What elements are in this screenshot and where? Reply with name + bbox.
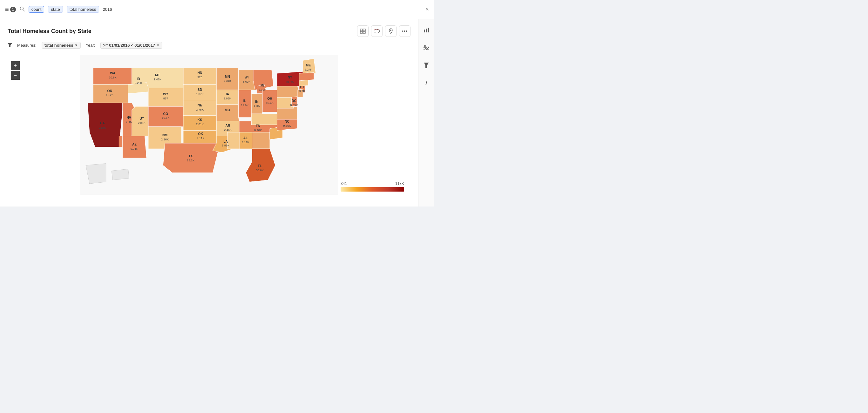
legend-gradient: [341, 187, 404, 192]
value-AR: 2.46K: [224, 128, 232, 131]
value-CT: 3.9K: [299, 90, 305, 93]
map-container: + −: [8, 55, 410, 195]
filter-funnel-button[interactable]: [421, 60, 432, 71]
table-view-button[interactable]: [357, 25, 369, 37]
year-filter[interactable]: >= 01/01/2016 < 01/01/2017 ▼: [100, 42, 163, 49]
value-NV: 7.4K: [126, 120, 132, 123]
label-IN: IN: [255, 100, 258, 103]
map-legend: 341 118K: [341, 181, 404, 192]
label-IL: IL: [243, 99, 247, 103]
filter-settings-button[interactable]: [421, 42, 432, 53]
legend-max: 118K: [395, 181, 404, 186]
label-DC: DC: [292, 99, 297, 103]
value-SD: 1.07K: [196, 92, 204, 96]
label-UT: UT: [140, 117, 144, 120]
tag-count[interactable]: count: [29, 6, 44, 13]
tag-total-homeless[interactable]: total homeless: [67, 6, 99, 13]
main-content: Total Homeless Count by State: [0, 19, 434, 206]
value-AZ: 9.71K: [131, 147, 138, 150]
app-container: ≡ 1 count state total homeless 2016 × To…: [0, 0, 434, 206]
svg-line-1: [23, 9, 25, 11]
year-dropdown-arrow: ▼: [156, 43, 159, 47]
state-KY[interactable]: [251, 114, 277, 125]
value-ID: 2.25K: [135, 81, 143, 85]
label-AL: AL: [243, 136, 248, 140]
map-view-button[interactable]: [371, 25, 382, 37]
value-CA: 118K: [99, 126, 106, 129]
value-TN: 8.78K: [254, 129, 262, 132]
us-map: WA 20.8K OR 13.2K CA 118K ID 2.25K NV 7.…: [8, 55, 410, 195]
state-CA[interactable]: [88, 103, 123, 147]
label-OR: OR: [107, 89, 113, 93]
value-NY: 86.4K: [286, 80, 294, 83]
svg-rect-12: [428, 28, 429, 32]
value-IN: 5.8K: [254, 104, 260, 107]
info-button[interactable]: i: [421, 77, 432, 89]
label-WY: WY: [163, 92, 168, 96]
more-options-button[interactable]: •••: [399, 25, 410, 37]
svg-rect-5: [363, 31, 365, 33]
db-icon-group[interactable]: ≡ 1: [5, 6, 16, 13]
label-OH: OH: [267, 97, 272, 100]
value-IA: 3.06K: [224, 97, 231, 100]
state-MN[interactable]: [216, 68, 238, 90]
value-NM: 2.26K: [161, 138, 169, 141]
value-MN: 7.34K: [224, 80, 231, 83]
value-IL: 11.6K: [241, 103, 249, 107]
search-icon: [20, 6, 25, 13]
value-MI: 9.32K: [259, 88, 267, 91]
label-NM: NM: [162, 133, 167, 137]
filters-row: Measures: total homeless ▼ Year: >= 01/0…: [8, 42, 410, 49]
svg-rect-11: [426, 29, 427, 32]
chart-type-button[interactable]: [421, 24, 432, 36]
measures-dropdown-arrow: ▼: [75, 43, 78, 47]
value-KS: 2.01K: [196, 123, 204, 126]
svg-marker-8: [8, 43, 12, 47]
label-ME: ME: [306, 64, 311, 67]
tag-state[interactable]: state: [48, 6, 63, 13]
label-NY: NY: [288, 75, 292, 79]
value-DC: 8.35K: [290, 103, 298, 107]
zoom-out-button[interactable]: −: [11, 71, 20, 80]
state-MO[interactable]: [216, 104, 239, 121]
svg-rect-2: [360, 29, 363, 31]
svg-rect-10: [424, 30, 425, 32]
close-button[interactable]: ×: [426, 6, 429, 13]
db-count-badge: 1: [10, 7, 16, 12]
measures-filter[interactable]: total homeless ▼: [42, 42, 81, 49]
zoom-in-button[interactable]: +: [11, 61, 20, 70]
label-AR: AR: [225, 124, 231, 127]
value-CO: 10.6K: [162, 116, 170, 120]
label-TX: TX: [188, 154, 192, 158]
svg-point-7: [390, 30, 392, 31]
state-MA[interactable]: [299, 73, 314, 81]
label-TN: TN: [256, 124, 260, 128]
label-MN: MN: [225, 75, 230, 78]
tag-year[interactable]: 2016: [103, 7, 112, 12]
state-OH[interactable]: [262, 90, 277, 112]
state-IN[interactable]: [251, 94, 262, 114]
legend-labels: 341 118K: [341, 181, 404, 186]
label-FL: FL: [258, 164, 262, 168]
label-CT: CT: [300, 86, 305, 89]
value-OR: 13.2K: [106, 93, 114, 97]
label-IA: IA: [226, 92, 229, 96]
value-NC: 9.56K: [283, 124, 291, 127]
state-AK: [86, 164, 106, 184]
label-NC: NC: [285, 120, 290, 123]
zoom-controls: + −: [11, 61, 20, 80]
svg-point-17: [427, 47, 428, 49]
state-GA[interactable]: [252, 132, 270, 149]
value-TX: 23.1K: [187, 159, 195, 162]
value-FL: 33.6K: [256, 169, 264, 172]
chart-toolbar: •••: [357, 25, 410, 37]
svg-point-16: [424, 45, 426, 47]
chart-title: Total Homeless Count by State: [8, 28, 92, 35]
chart-header: Total Homeless Count by State: [8, 25, 410, 37]
label-OK: OK: [198, 132, 203, 136]
label-KS: KS: [197, 118, 203, 122]
state-TX[interactable]: [163, 143, 218, 173]
svg-point-18: [425, 49, 426, 50]
chart-area: Total Homeless Count by State: [0, 19, 418, 206]
pin-button[interactable]: [385, 25, 397, 37]
